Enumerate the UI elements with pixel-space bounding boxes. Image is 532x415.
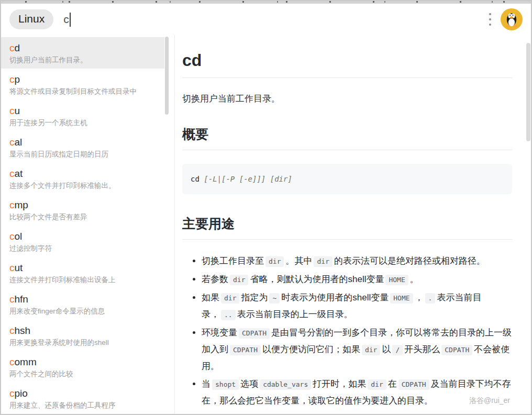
command-description: 用来改变finger命令显示的信息 <box>9 307 157 316</box>
header-actions <box>486 8 523 30</box>
sidebar-item-chsh[interactable]: chsh用来更换登录系统时使用的shell <box>1 320 164 351</box>
usage-list-item: 如果dir指定为~时表示为使用者的shell变量HOME，.表示当前目录，..表… <box>202 289 512 323</box>
tux-penguin-icon <box>501 8 523 30</box>
command-description: 显示当前日历或指定日期的日历 <box>9 150 157 159</box>
command-description: 连接文件并打印到标准输出设备上 <box>9 275 157 285</box>
inline-code: . <box>425 293 436 304</box>
doc-main: cd 切换用户当前工作目录。 概要cd [-L|[-P [-e]]] [dir]… <box>175 35 526 414</box>
main-scrollbar[interactable] <box>526 35 531 414</box>
command-description: 用来建立、还原备份档的工具程序 <box>9 401 157 410</box>
clipped-text-remnants <box>1 1 531 3</box>
usage-list: 切换工作目录至dir。其中dir的表示法可以是绝对路径或相对路径。若参数dir省… <box>182 253 512 409</box>
command-name: cat <box>9 167 157 180</box>
sidebar-item-comm[interactable]: comm两个文件之间的比较 <box>1 351 164 383</box>
watermark: 洛谷@rui_er <box>469 396 510 406</box>
sidebar-scrollbar-thumb[interactable] <box>165 37 169 115</box>
usage-list-item: 切换工作目录至dir。其中dir的表示法可以是绝对路径或相对路径。 <box>202 253 512 270</box>
command-description: 用来更换登录系统时使用的shell <box>9 338 157 347</box>
doc-title: cd <box>182 51 512 78</box>
command-description: 切换用户当前工作目录。 <box>9 55 157 65</box>
inline-code: / <box>392 345 403 355</box>
command-sidebar: cd切换用户当前工作目录。cp将源文件或目录复制到目标文件或目录中cu用于连接另… <box>1 35 164 414</box>
command-name: cut <box>9 262 157 274</box>
doc-sections: 概要cd [-L|[-P [-e]]] [dir]主要用途切换工作目录至dir。… <box>182 126 512 414</box>
sidebar-item-cpio[interactable]: cpio用来建立、还原备份档的工具程序 <box>1 383 164 414</box>
doc-summary: 切换用户当前工作目录。 <box>182 93 512 105</box>
inline-code: dir <box>314 256 332 267</box>
inline-code: .. <box>221 310 236 320</box>
command-description: 将源文件或目录复制到目标文件或目录中 <box>9 87 157 96</box>
inline-code: CDPATH <box>441 345 472 355</box>
command-name: cu <box>9 105 157 117</box>
inline-code: dir <box>265 256 284 267</box>
inline-code: shopt <box>212 379 239 390</box>
clipped-top-strip <box>1 1 531 4</box>
sidebar-item-cal[interactable]: cal显示当前日历或指定日期的日历 <box>1 131 164 163</box>
section-heading: 概要 <box>182 126 512 150</box>
inline-code: HOME <box>390 293 413 304</box>
command-name: cal <box>9 136 157 148</box>
sidebar-item-col[interactable]: col过滤控制字符 <box>1 226 164 257</box>
inline-code: CDPATH <box>239 328 270 339</box>
command-name: chsh <box>9 324 157 337</box>
sidebar-item-cu[interactable]: cu用于连接另一个系统主机 <box>1 100 164 131</box>
command-description: 过滤控制字符 <box>9 244 157 253</box>
command-name: cp <box>9 73 157 85</box>
sidebar-item-cp[interactable]: cp将源文件或目录复制到目标文件或目录中 <box>1 69 164 100</box>
kebab-menu-icon[interactable] <box>486 9 494 29</box>
command-description: 两个文件之间的比较 <box>9 369 157 379</box>
text-caret <box>70 13 71 27</box>
inline-code: dir <box>362 345 380 355</box>
content-row: cd切换用户当前工作目录。cp将源文件或目录复制到目标文件或目录中cu用于连接另… <box>1 35 531 414</box>
command-description: 用于连接另一个系统主机 <box>9 118 157 128</box>
inline-code: cdable_vars <box>260 379 311 390</box>
command-name: cpio <box>9 387 157 399</box>
command-name: col <box>9 230 157 242</box>
inline-code: ~ <box>269 293 280 304</box>
main-scrollbar-thumb[interactable] <box>526 43 530 141</box>
sidebar-scrollbar[interactable] <box>164 35 169 414</box>
command-name: chfn <box>9 293 157 305</box>
search-input[interactable]: c <box>63 9 486 29</box>
section-heading: 主要用途 <box>182 215 512 240</box>
search-query-text: c <box>63 13 69 26</box>
command-description: 比较两个文件是否有差异 <box>9 212 157 222</box>
sidebar-item-chfn[interactable]: chfn用来改变finger命令显示的信息 <box>1 288 164 320</box>
usage-list-item: 若参数dir省略，则默认为使用者的shell变量HOME。 <box>202 271 512 288</box>
usage-list-item: 环境变量CDPATH是由冒号分割的一到多个目录，你可以将常去的目录的上一级加入到… <box>202 324 512 374</box>
app-window: Linux c <box>0 0 532 415</box>
inline-code: HOME <box>385 275 408 285</box>
command-name: cd <box>9 42 157 54</box>
inline-code: dir <box>368 379 386 390</box>
sidebar-item-cut[interactable]: cut连接文件并打印到标准输出设备上 <box>1 257 164 288</box>
sidebar-item-cat[interactable]: cat连接多个文件并打印到标准输出。 <box>1 163 164 194</box>
command-description: 连接多个文件并打印到标准输出。 <box>9 181 157 190</box>
command-name: comm <box>9 356 157 368</box>
usage-list-item: 当shopt选项cdable_vars打开时，如果dir在CDPATH及当前目录… <box>202 376 512 409</box>
sidebar-item-cmp[interactable]: cmp比较两个文件是否有差异 <box>1 194 164 226</box>
synopsis-code-block: cd [-L|[-P [-e]]] [dir] <box>182 164 512 194</box>
inline-code: CDPATH <box>230 345 261 355</box>
avatar[interactable] <box>501 8 523 30</box>
sidebar-item-cd[interactable]: cd切换用户当前工作目录。 <box>1 37 164 69</box>
search-scope-tag[interactable]: Linux <box>9 9 53 29</box>
inline-code: dir <box>230 275 248 285</box>
inline-code: CDPATH <box>398 379 429 390</box>
search-header: Linux c <box>1 4 531 35</box>
command-name: cmp <box>9 199 157 211</box>
inline-code: dir <box>221 293 239 304</box>
